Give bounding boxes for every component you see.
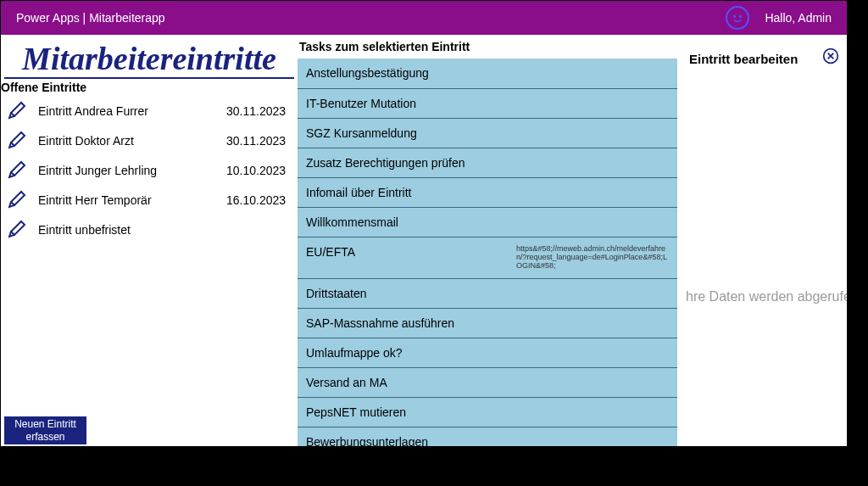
task-row[interactable]: SAP-Massnahme ausführen [298, 308, 677, 338]
task-label: SGZ Kursanmeldung [306, 126, 417, 140]
pencil-icon[interactable] [4, 159, 28, 182]
task-note: https&#58;//meweb.admin.ch/meldeverfahre… [516, 245, 669, 271]
task-label: IT-Benutzer Mutation [306, 97, 416, 110]
task-row[interactable]: Umlaufmappe ok? [298, 338, 677, 367]
tasks-heading: Tasks zum selektierten Eintritt [298, 35, 677, 59]
svg-point-1 [740, 16, 742, 18]
app-title: Power Apps | Mitarbeiterapp [16, 11, 165, 25]
pencil-icon[interactable] [4, 218, 28, 242]
task-row[interactable]: EU/EFTAhttps&#58;//meweb.admin.ch/meldev… [298, 237, 677, 278]
entry-date: 30.11.2023 [226, 104, 298, 118]
task-label: Infomail über Eintritt [306, 186, 412, 199]
task-row[interactable]: IT-Benutzer Mutation [298, 88, 677, 118]
task-row[interactable]: Infomail über Eintritt [298, 177, 677, 207]
entry-row[interactable]: Eintritt Andrea Furrer30.11.2023 [4, 96, 298, 126]
open-entries-label: Offene Eintritte [1, 81, 294, 94]
task-label: Anstellungsbestätigung [306, 66, 429, 80]
tasks-scroll[interactable]: AnstellungsbestätigungIT-Benutzer Mutati… [298, 59, 677, 446]
task-row[interactable]: SGZ Kursanmeldung [298, 118, 677, 148]
entry-name: Eintritt Herr Temporär [35, 193, 226, 207]
task-label: Drittstaaten [306, 287, 367, 300]
edit-panel: Eintritt bearbeiten hre Daten werden abg… [677, 35, 847, 446]
task-label: Versand an MA [306, 376, 387, 389]
entry-name: Eintritt Junger Lehrling [35, 164, 226, 177]
task-row[interactable]: Drittstaaten [298, 278, 677, 308]
task-label: SAP-Massnahme ausführen [306, 316, 454, 330]
pencil-icon[interactable] [4, 99, 28, 123]
task-label: Bewerbungsunterlagen [306, 435, 428, 446]
edit-entry-heading: Eintritt bearbeiten [689, 52, 838, 66]
task-row[interactable]: Versand an MA [298, 367, 677, 397]
entry-row[interactable]: Eintritt Junger Lehrling10.10.2023 [4, 155, 298, 185]
entry-date: 30.11.2023 [226, 134, 298, 148]
task-row[interactable]: Willkommensmail [298, 207, 677, 237]
tasks-panel: Tasks zum selektierten Eintritt Anstellu… [298, 35, 677, 446]
task-row[interactable]: PepsNET mutieren [298, 397, 677, 427]
pencil-icon[interactable] [4, 188, 28, 212]
entry-name: Eintritt unbefristet [35, 223, 226, 237]
entry-name: Eintritt Doktor Arzt [35, 134, 226, 148]
entry-date: 10.10.2023 [226, 164, 298, 177]
task-row[interactable]: Anstellungsbestätigung [298, 59, 677, 88]
left-panel: Mitarbeitereintritte Offene Eintritte Ei… [1, 35, 298, 446]
task-label: Willkommensmail [306, 215, 398, 229]
task-label: Umlaufmappe ok? [306, 346, 403, 360]
task-label: PepsNET mutieren [306, 405, 406, 419]
page-title: Mitarbeitereintritte [4, 38, 294, 79]
close-icon[interactable] [821, 47, 840, 65]
pencil-icon[interactable] [4, 129, 28, 153]
entry-row[interactable]: Eintritt Herr Temporär16.10.2023 [4, 185, 298, 215]
task-row[interactable]: Zusatz Berechtigungen prüfen [298, 148, 677, 177]
task-label: EU/EFTA [306, 245, 355, 259]
entry-row[interactable]: Eintritt Doktor Arzt30.11.2023 [4, 126, 298, 155]
app-frame: Power Apps | Mitarbeiterapp Hallo, Admin… [0, 0, 848, 447]
task-row[interactable]: Bewerbungsunterlagen [298, 427, 677, 446]
user-greeting: Hallo, Admin [765, 11, 832, 25]
entry-date: 16.10.2023 [226, 193, 298, 207]
header-bar: Power Apps | Mitarbeiterapp Hallo, Admin [1, 1, 847, 35]
svg-point-0 [734, 16, 736, 18]
entry-name: Eintritt Andrea Furrer [35, 104, 226, 118]
loading-text: hre Daten werden abgerufen. [686, 289, 848, 304]
smile-icon[interactable] [726, 6, 749, 30]
task-label: Zusatz Berechtigungen prüfen [306, 156, 465, 170]
entry-row[interactable]: Eintritt unbefristet [4, 215, 298, 244]
new-entry-button[interactable]: Neuen Eintritt erfassen [4, 416, 86, 444]
